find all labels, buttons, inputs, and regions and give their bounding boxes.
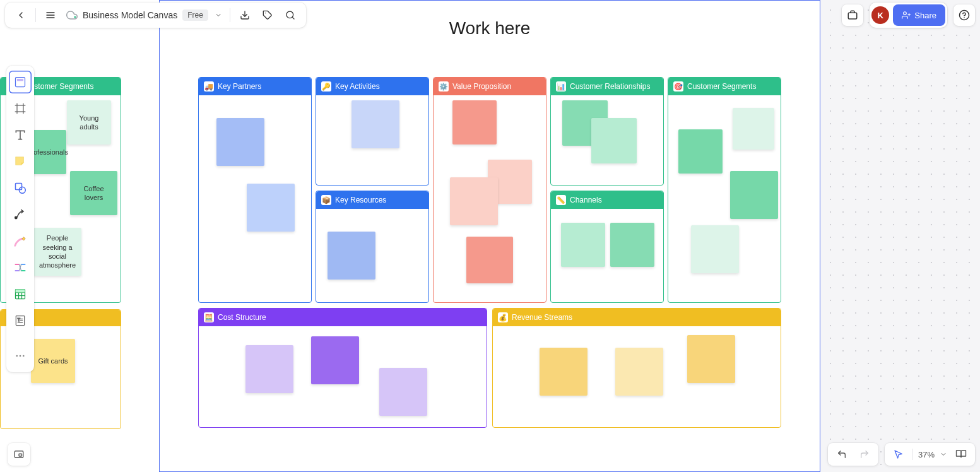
integrations-tool[interactable] [9, 256, 32, 279]
block-header[interactable]: 🔑 Key Activities [316, 78, 428, 95]
sticky[interactable] [328, 232, 375, 280]
sticky[interactable] [687, 335, 735, 383]
zoom-level[interactable]: 37% [918, 450, 935, 459]
sticky[interactable] [691, 225, 739, 273]
svg-point-44 [23, 355, 25, 357]
sticky-people-social[interactable]: People seeking a social atmosphere [33, 228, 81, 276]
frame-tool[interactable] [9, 97, 32, 120]
sticky-gift-cards[interactable]: Gift cards [31, 339, 75, 383]
shape-tool[interactable] [9, 177, 32, 199]
sticky[interactable] [733, 108, 774, 150]
minimap-button[interactable] [8, 443, 30, 466]
block-cost-structure[interactable]: 🧮 Cost Structure [198, 308, 487, 428]
block-header[interactable]: 🧮 Cost Structure [199, 309, 487, 326]
block-channels[interactable]: 📏 Channels [550, 191, 664, 303]
block-header[interactable]: 🎯 Customer Segments [668, 78, 781, 95]
document-title-group[interactable]: Business Model Canvas Free [62, 9, 226, 21]
document-tool[interactable]: T [9, 309, 32, 332]
block-key-activities[interactable]: 🔑 Key Activities [316, 77, 429, 186]
undo-button[interactable] [833, 449, 851, 459]
sticky[interactable] [452, 100, 497, 145]
chevron-down-icon[interactable] [215, 11, 222, 19]
block-header[interactable]: 🚚 Key Partners [199, 78, 311, 95]
sticky[interactable] [379, 368, 427, 416]
apps-button[interactable] [842, 4, 863, 26]
sticky-note-tool[interactable] [9, 150, 32, 173]
block-key-partners[interactable]: 🚚 Key Partners [198, 77, 312, 303]
tag-button[interactable] [257, 4, 278, 26]
sticky[interactable] [245, 345, 293, 393]
block-body[interactable] [551, 209, 663, 302]
share-button[interactable]: Share [893, 4, 945, 26]
label: Customer Segments [687, 82, 756, 91]
text-tool[interactable] [9, 124, 32, 146]
undo-redo-group [828, 443, 878, 466]
block-body[interactable] [668, 95, 781, 302]
more-tools[interactable] [9, 345, 32, 367]
pointer-mode-button[interactable] [890, 449, 907, 459]
block-body[interactable] [551, 95, 663, 185]
sticky-young-adults[interactable]: Young adults [67, 100, 111, 145]
redo-button[interactable] [856, 449, 873, 459]
sticky[interactable] [450, 177, 498, 225]
pages-button[interactable] [952, 449, 970, 460]
avatar[interactable]: K [871, 6, 889, 24]
block-customer-relationships[interactable]: 📊 Customer Relationships [550, 77, 664, 186]
block-header[interactable]: 📊 Customer Relationships [551, 78, 663, 95]
block-header[interactable]: 📏 Channels [551, 191, 663, 209]
block-revenue-streams[interactable]: 💰 Revenue Streams [492, 308, 781, 428]
svg-point-42 [16, 355, 18, 357]
block-body[interactable] [199, 95, 311, 302]
block-body[interactable] [434, 95, 546, 302]
chart-icon: 📊 [556, 81, 566, 91]
sticky[interactable] [247, 184, 295, 232]
toolbar-divider [35, 8, 36, 22]
pen-tool[interactable] [9, 230, 32, 252]
label: Cost Structure [218, 313, 266, 322]
sticky[interactable] [466, 237, 513, 283]
svg-point-23 [19, 187, 25, 193]
svg-point-43 [20, 355, 21, 357]
block-body[interactable] [316, 209, 428, 302]
sticky[interactable] [540, 348, 587, 396]
label: Channels [570, 196, 602, 204]
share-label: Share [914, 11, 936, 20]
templates-tool[interactable] [9, 71, 32, 93]
block-customer-segments[interactable]: 🎯 Customer Segments [668, 77, 781, 303]
help-button[interactable] [953, 4, 975, 26]
svg-text:T: T [18, 317, 20, 322]
abacus-icon: 🧮 [204, 312, 214, 322]
sticky-professionals[interactable]: Professionals [28, 130, 66, 174]
block-body[interactable] [199, 326, 487, 427]
label: Revenue Streams [512, 313, 572, 322]
sticky[interactable] [730, 171, 778, 219]
sticky[interactable] [678, 129, 723, 174]
menu-button[interactable] [40, 4, 61, 26]
table-tool[interactable] [9, 283, 32, 305]
block-body[interactable] [493, 326, 781, 427]
sticky[interactable] [561, 223, 605, 267]
back-button[interactable] [10, 4, 32, 26]
sticky-coffee-lovers[interactable]: Coffee lovers [70, 171, 117, 215]
chevron-down-icon[interactable] [940, 451, 947, 458]
cloud-icon [66, 9, 78, 21]
block-header[interactable]: 📦 Key Resources [316, 191, 428, 209]
gear-icon: ⚙️ [439, 81, 449, 91]
block-value-proposition[interactable]: ⚙️ Value Proposition [433, 77, 546, 303]
svg-rect-8 [849, 13, 858, 19]
canvas-dots-bg [820, 0, 980, 472]
sticky[interactable] [311, 336, 359, 384]
block-key-resources[interactable]: 📦 Key Resources [316, 191, 429, 303]
ruler-icon: 📏 [556, 195, 566, 205]
block-header[interactable]: ⚙️ Value Proposition [434, 78, 546, 95]
sticky[interactable] [591, 118, 637, 163]
connector-tool[interactable] [9, 203, 32, 226]
block-header[interactable]: 💰 Revenue Streams [493, 309, 781, 326]
search-button[interactable] [280, 4, 301, 26]
sticky[interactable] [351, 100, 399, 148]
block-body[interactable] [316, 95, 428, 185]
sticky[interactable] [216, 118, 264, 166]
download-button[interactable] [234, 4, 256, 26]
sticky[interactable] [610, 223, 654, 267]
sticky[interactable] [615, 348, 663, 396]
